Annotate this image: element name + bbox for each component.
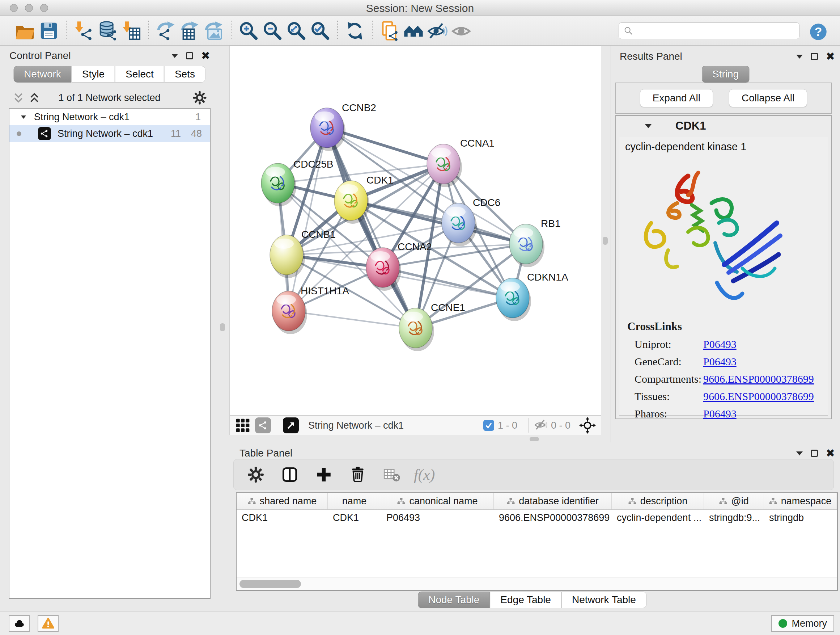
import-table-file-button[interactable] [119,19,143,43]
column-header[interactable]: canonical name [381,493,494,509]
table-cell[interactable]: P06493 [381,510,494,526]
panel-menu-icon[interactable] [796,451,803,455]
column-header[interactable]: @id [704,493,764,509]
import-network-database-button[interactable] [95,19,119,43]
zoom-out-button[interactable] [261,19,284,43]
search-input[interactable] [636,25,792,36]
crosslink-value-link[interactable]: P06493 [703,408,737,420]
column-header[interactable]: description [612,493,704,509]
close-panel-icon[interactable]: ✖ [826,448,835,459]
float-panel-icon[interactable] [811,450,818,457]
network-node[interactable] [334,181,369,224]
tab-network-table[interactable]: Network Table [561,592,646,608]
memory-button[interactable]: Memory [771,615,834,632]
collapse-all-button[interactable]: Collapse All [729,89,807,107]
delete-column-button[interactable] [346,463,370,486]
gene-details: cyclin-dependent kinase 1 [619,137,828,416]
close-panel-icon[interactable]: ✖ [826,51,835,62]
network-node[interactable] [509,224,545,267]
detach-view-button[interactable] [283,417,299,433]
network-row[interactable]: String Network – cdk1 11 48 [9,125,210,142]
crosshair-icon[interactable] [579,417,596,434]
tab-edge-table[interactable]: Edge Table [490,592,561,608]
network-node[interactable] [442,203,477,246]
table-cell[interactable]: stringdb:9... [704,510,764,526]
selected-items-checkbox[interactable] [483,420,494,431]
expand-all-button[interactable]: Expand All [640,89,713,107]
function-builder-button[interactable]: f(x) [414,466,435,483]
network-edge[interactable] [289,311,416,328]
table-cell[interactable]: 9606.ENSP00000378699 [494,510,612,526]
table-cell[interactable]: cyclin-dependent ... [612,510,704,526]
export-table-button[interactable] [178,19,202,43]
warnings-button[interactable] [38,615,58,632]
export-image-button[interactable] [202,19,226,43]
show-all-button[interactable] [449,19,473,43]
close-panel-icon[interactable]: ✖ [201,50,210,61]
tab-style[interactable]: Style [72,66,115,82]
network-options-gear-icon[interactable] [192,90,207,105]
help-button[interactable] [809,22,828,41]
tab-node-table[interactable]: Node Table [418,592,490,608]
table-row[interactable]: CDK1CDK1P064939606.ENSP00000378699cyclin… [237,510,837,526]
right-splitter-handle[interactable] [603,237,608,245]
cloud-status-button[interactable] [9,615,30,632]
network-view-canvas[interactable]: CCNB2CCNA1CDC25BCDK1CDC6RB1CCNB1CCNA2CDK… [229,46,601,416]
delete-table-button[interactable] [380,463,404,486]
network-node[interactable] [270,235,305,278]
main-toolbar [0,16,840,46]
network-node[interactable] [310,108,346,151]
import-network-file-button[interactable] [72,19,95,43]
crosslink-value-link[interactable]: P06493 [703,338,737,350]
zoom-in-button[interactable] [237,19,261,43]
save-session-button[interactable] [37,19,61,43]
search-box[interactable] [619,22,799,39]
table-cell[interactable]: stringdb [764,510,836,526]
zoom-selected-button[interactable] [308,19,332,43]
refresh-view-button[interactable] [343,19,367,43]
column-header[interactable]: database identifier [494,493,612,509]
tab-string[interactable]: String [702,66,749,82]
network-edge[interactable] [289,128,327,311]
open-session-button[interactable] [13,19,37,43]
network-node[interactable] [399,308,434,351]
grid-view-icon[interactable] [235,417,251,433]
tab-network[interactable]: Network [13,66,72,82]
network-share-button[interactable] [255,417,271,433]
panel-menu-icon[interactable] [172,54,178,58]
zoom-fit-button[interactable] [284,19,308,43]
crosslink-value-link[interactable]: P06493 [703,356,737,368]
create-column-button[interactable] [312,463,336,486]
column-header[interactable]: namespace [764,493,836,509]
crosslink-value-link[interactable]: 9606.ENSP00000378699 [703,390,814,402]
horizontal-scrollbar[interactable] [237,577,837,590]
show-columns-button[interactable] [278,463,302,486]
table-options-button[interactable] [244,463,268,486]
tab-sets[interactable]: Sets [164,66,205,82]
memory-status-dot [778,619,787,628]
network-node[interactable] [496,278,531,321]
clone-network-button[interactable] [378,19,401,43]
collapse-entry-icon[interactable] [645,124,652,128]
crosslink-value-link[interactable]: 9606.ENSP00000378699 [703,373,814,385]
float-panel-icon[interactable] [186,52,193,59]
first-neighbors-button[interactable] [401,19,425,43]
network-edge-count: 48 [191,128,202,139]
panel-menu-icon[interactable] [796,55,803,59]
export-network-button[interactable] [154,19,178,43]
hide-selected-button[interactable] [425,19,449,43]
float-panel-icon[interactable] [811,53,818,60]
tab-select[interactable]: Select [115,66,164,82]
table-cell[interactable]: CDK1 [328,510,381,526]
column-header[interactable]: name [328,493,381,509]
network-collection-row[interactable]: String Network – cdk1 1 [9,109,210,125]
bottom-splitter-handle[interactable] [530,437,539,441]
network-edge[interactable] [327,128,416,328]
scrollbar-thumb[interactable] [240,580,301,588]
hidden-items-icon[interactable] [534,418,547,432]
column-header[interactable]: shared name [237,493,328,509]
network-node[interactable] [366,248,401,291]
left-splitter-handle[interactable] [220,323,225,331]
collection-expand-icon[interactable] [21,116,26,119]
table-cell[interactable]: CDK1 [237,510,328,526]
